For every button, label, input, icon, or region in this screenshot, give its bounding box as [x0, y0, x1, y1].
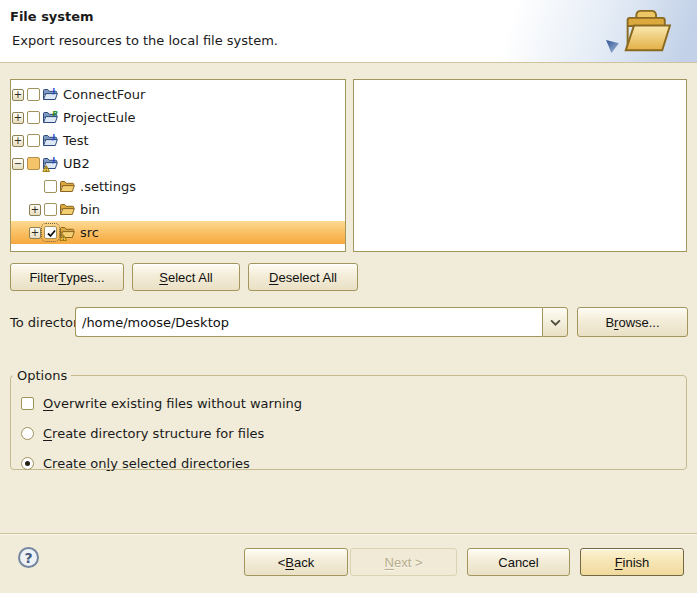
java-project-icon: J	[42, 133, 58, 149]
select-all-button[interactable]: Select All	[132, 263, 240, 291]
expand-toggle-icon[interactable]: +	[29, 227, 41, 239]
radio-create-directory-structure[interactable]	[21, 427, 34, 440]
options-legend: Options	[13, 368, 71, 383]
tree-item-label: bin	[80, 202, 100, 217]
option-row-create-only-selected[interactable]: Create only selected directories	[21, 453, 686, 473]
tree-row-src[interactable]: +src	[11, 221, 345, 244]
java-project-icon: J	[42, 156, 58, 172]
folder-icon	[59, 179, 75, 195]
tree-row-connectfour[interactable]: +JConnectFour	[11, 83, 345, 106]
radio-create-only-selected[interactable]	[21, 457, 34, 470]
svg-text:P: P	[53, 110, 58, 118]
options-group: Options Overwrite existing files without…	[10, 368, 687, 470]
directory-input[interactable]	[75, 307, 542, 337]
project-icon: P	[42, 110, 58, 126]
chevron-down-icon	[550, 319, 561, 326]
combo-dropdown-button[interactable]	[542, 307, 568, 337]
option-label: Create directory structure for files	[43, 426, 264, 441]
tree-item-label: ConnectFour	[63, 87, 145, 102]
cancel-button[interactable]: Cancel	[467, 548, 570, 576]
expand-toggle-icon[interactable]: +	[12, 89, 24, 101]
checkbox-projecteule[interactable]	[27, 111, 40, 124]
option-label: Overwrite existing files without warning	[43, 396, 302, 411]
checkbox-src[interactable]	[44, 226, 57, 239]
svg-text:J: J	[52, 87, 56, 95]
tree-item-label: ProjectEule	[63, 110, 136, 125]
back-button[interactable]: < Back	[244, 548, 348, 576]
directory-combo	[75, 307, 568, 337]
tree-row-bin[interactable]: +bin	[11, 198, 345, 221]
page-subtitle: Export resources to the local file syste…	[12, 33, 278, 48]
collapse-toggle-icon[interactable]: −	[12, 158, 24, 170]
help-button[interactable]: ?	[18, 547, 39, 568]
checkbox-bin[interactable]	[44, 203, 57, 216]
svg-text:J: J	[52, 156, 56, 164]
checkbox-connectfour[interactable]	[27, 88, 40, 101]
expand-toggle-icon[interactable]: +	[12, 112, 24, 124]
option-row-overwrite-existing[interactable]: Overwrite existing files without warning	[21, 393, 686, 413]
checkbox-ub2[interactable]	[27, 157, 40, 170]
wizard-header: File system Export resources to the loca…	[0, 0, 697, 63]
tree-row-test[interactable]: +JTest	[11, 129, 345, 152]
checkbox-test[interactable]	[27, 134, 40, 147]
tree-item-label: src	[80, 225, 99, 240]
folder-icon	[59, 225, 75, 241]
expand-toggle-icon[interactable]: +	[12, 135, 24, 147]
option-row-create-directory-structure[interactable]: Create directory structure for files	[21, 423, 686, 443]
tree-row-projecteule[interactable]: +PProjectEule	[11, 106, 345, 129]
option-label: Create only selected directories	[43, 456, 250, 471]
export-wizard-dialog: File system Export resources to the loca…	[0, 0, 697, 593]
resource-tree[interactable]: +JConnectFour+PProjectEule+JTest−JUB2+.s…	[10, 79, 346, 252]
footer-separator	[0, 533, 697, 534]
export-folder-icon	[617, 2, 675, 60]
file-list-panel[interactable]	[353, 79, 687, 252]
tree-item-label: UB2	[63, 156, 90, 171]
checkbox-overwrite-existing[interactable]	[21, 397, 34, 410]
help-icon: ?	[24, 550, 32, 566]
svg-text:J: J	[52, 133, 56, 141]
export-arrow-icon	[605, 39, 620, 54]
browse-button[interactable]: Browse...	[577, 307, 688, 337]
folder-icon	[59, 202, 75, 218]
deselect-all-button[interactable]: Deselect All	[248, 263, 358, 291]
tree-item-label: .settings	[80, 179, 136, 194]
next-button: Next >	[350, 548, 457, 576]
finish-button[interactable]: Finish	[580, 548, 684, 576]
java-project-icon: J	[42, 87, 58, 103]
tree-row-settings[interactable]: +.settings	[11, 175, 345, 198]
checkbox-settings[interactable]	[44, 180, 57, 193]
tree-row-ub2[interactable]: −JUB2	[11, 152, 345, 175]
filter-types-button[interactable]: Filter Types...	[10, 263, 124, 291]
expand-toggle-icon[interactable]: +	[29, 204, 41, 216]
tree-item-label: Test	[63, 133, 89, 148]
page-title: File system	[10, 9, 94, 24]
